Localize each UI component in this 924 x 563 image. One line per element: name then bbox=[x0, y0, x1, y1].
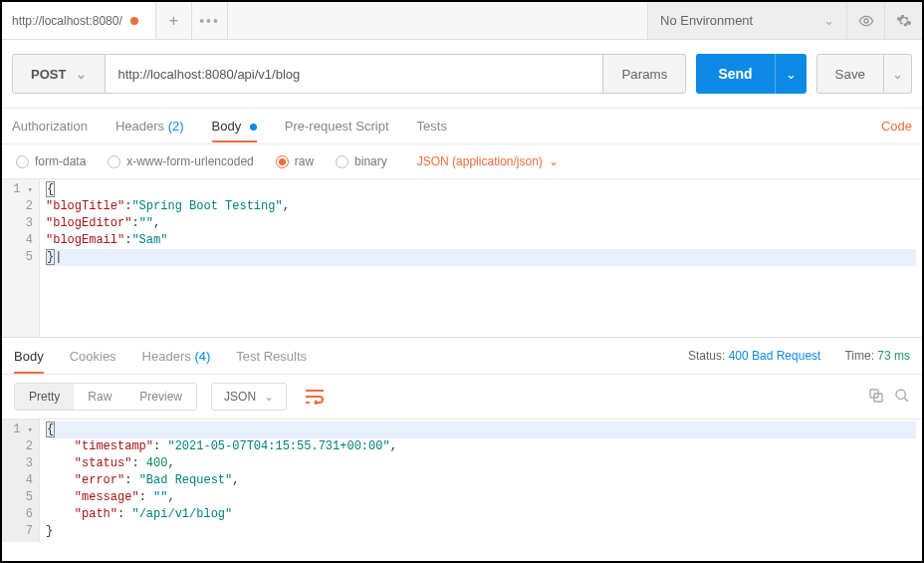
editor-gutter: 1 ▾ 2 3 4 5 bbox=[2, 179, 40, 337]
tab-body[interactable]: Body bbox=[212, 119, 257, 134]
editor-content[interactable]: { "blogTitle":"Spring Boot Testing", "bl… bbox=[40, 179, 922, 337]
radio-icon bbox=[16, 155, 29, 168]
content-type-select[interactable]: JSON (application/json) ⌄ bbox=[417, 154, 559, 168]
status-label: Status: bbox=[688, 349, 725, 363]
tab-tests[interactable]: Tests bbox=[417, 119, 447, 134]
resp-tab-headers-count: (4) bbox=[194, 349, 210, 364]
resp-tab-body[interactable]: Body bbox=[14, 349, 44, 364]
tab-headers-label: Headers bbox=[116, 119, 164, 134]
tab-menu-button[interactable]: ••• bbox=[192, 2, 228, 39]
chevron-down-icon: ⌄ bbox=[786, 67, 797, 82]
chevron-down-icon: ⌄ bbox=[549, 154, 559, 168]
method-label: POST bbox=[31, 67, 66, 82]
chevron-down-icon: ⌄ bbox=[76, 67, 87, 82]
time-label: Time: bbox=[844, 349, 874, 363]
request-tab[interactable]: http://localhost:8080/ bbox=[2, 2, 156, 39]
request-tab-label: http://localhost:8080/ bbox=[12, 14, 122, 28]
env-preview-button[interactable] bbox=[846, 2, 884, 39]
view-pretty-button[interactable]: Pretty bbox=[15, 384, 74, 410]
tab-prerequest[interactable]: Pre-request Script bbox=[285, 119, 389, 134]
radio-label: raw bbox=[295, 154, 314, 168]
copy-response-button[interactable] bbox=[868, 388, 884, 407]
search-response-button[interactable] bbox=[894, 388, 910, 407]
resp-tab-cookies[interactable]: Cookies bbox=[70, 349, 116, 364]
editor-content: { "timestamp": "2021-05-07T04:15:55.731+… bbox=[40, 420, 922, 542]
resp-tab-headers-label: Headers bbox=[142, 349, 191, 364]
chevron-down-icon: ⌄ bbox=[264, 390, 274, 404]
view-preview-button[interactable]: Preview bbox=[125, 384, 196, 410]
radio-label: binary bbox=[354, 154, 387, 168]
content-type-label: JSON (application/json) bbox=[417, 154, 543, 168]
params-button[interactable]: Params bbox=[603, 54, 686, 94]
tab-headers[interactable]: Headers (2) bbox=[116, 119, 184, 134]
settings-button[interactable] bbox=[884, 2, 922, 39]
chevron-down-icon: ⌄ bbox=[823, 13, 834, 28]
send-button[interactable]: Send bbox=[696, 54, 774, 94]
radio-label: form-data bbox=[35, 154, 86, 168]
resp-tab-tests[interactable]: Test Results bbox=[236, 349, 307, 364]
radio-icon bbox=[336, 155, 348, 168]
request-body-editor[interactable]: 1 ▾ 2 3 4 5 { "blogTitle":"Spring Boot T… bbox=[2, 179, 922, 337]
tab-authorization[interactable]: Authorization bbox=[12, 119, 88, 134]
tab-headers-count: (2) bbox=[168, 119, 184, 134]
status-value: 400 Bad Request bbox=[729, 349, 821, 363]
editor-gutter: 1 ▾ 2 3 4 5 6 7 bbox=[2, 420, 40, 542]
response-body-viewer[interactable]: 1 ▾ 2 3 4 5 6 7 { "timestamp": "2021-05-… bbox=[2, 420, 922, 542]
view-mode-segment: Pretty Raw Preview bbox=[14, 383, 197, 411]
chevron-down-icon: ⌄ bbox=[892, 67, 903, 82]
send-dropdown-button[interactable]: ⌄ bbox=[775, 54, 807, 94]
view-raw-button[interactable]: Raw bbox=[74, 384, 125, 410]
radio-raw[interactable]: raw bbox=[276, 154, 314, 168]
radio-urlencoded[interactable]: x-www-form-urlencoded bbox=[108, 154, 253, 168]
tab-body-label: Body bbox=[212, 119, 242, 134]
resp-tab-headers[interactable]: Headers (4) bbox=[142, 349, 211, 364]
url-input[interactable] bbox=[106, 54, 603, 94]
response-format-select[interactable]: JSON ⌄ bbox=[211, 383, 287, 411]
svg-point-3 bbox=[896, 390, 905, 399]
save-dropdown-button[interactable]: ⌄ bbox=[884, 54, 912, 94]
code-link[interactable]: Code bbox=[881, 119, 912, 134]
radio-icon bbox=[108, 155, 120, 168]
method-select[interactable]: POST ⌄ bbox=[12, 54, 106, 94]
radio-label: x-www-form-urlencoded bbox=[126, 154, 253, 168]
new-tab-button[interactable]: + bbox=[156, 2, 192, 39]
active-dot-icon bbox=[250, 124, 257, 131]
radio-binary[interactable]: binary bbox=[336, 154, 387, 168]
svg-point-0 bbox=[864, 19, 868, 23]
radio-icon bbox=[276, 155, 289, 168]
save-button[interactable]: Save bbox=[816, 54, 884, 94]
environment-select[interactable]: No Environment ⌄ bbox=[647, 2, 846, 39]
radio-form-data[interactable]: form-data bbox=[16, 154, 86, 168]
wrap-lines-button[interactable] bbox=[301, 385, 329, 409]
environment-label: No Environment bbox=[660, 13, 753, 28]
unsaved-dot-icon bbox=[130, 17, 138, 25]
response-format-label: JSON bbox=[224, 390, 256, 404]
time-value: 73 ms bbox=[877, 349, 910, 363]
